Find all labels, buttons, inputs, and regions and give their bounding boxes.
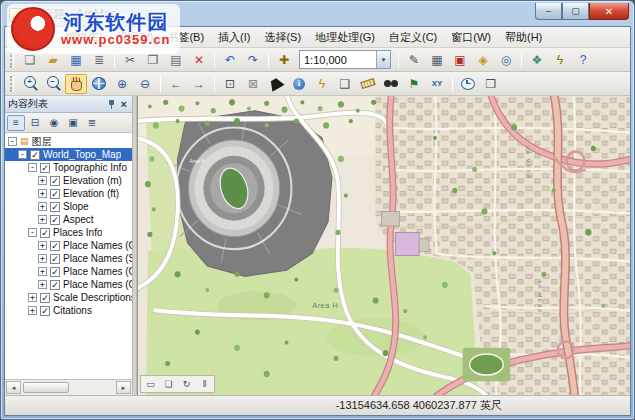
toc-layer-row[interactable]: -✓Topographic Info xyxy=(5,161,132,174)
zoom-out-button[interactable] xyxy=(42,74,64,94)
expander-plus-icon[interactable]: + xyxy=(38,241,47,250)
redo-button[interactable]: ↷ xyxy=(242,50,264,70)
expander-plus-icon[interactable]: + xyxy=(38,254,47,263)
menu-item-8[interactable]: 自定义(C) xyxy=(382,27,444,48)
previous-extent-button[interactable]: ← xyxy=(165,74,187,94)
pin-icon[interactable] xyxy=(107,99,116,110)
map-view[interactable]: Area B Area H LA MESA LA MESA ▭❏↻‖ xyxy=(137,96,630,395)
viewer-window-button[interactable]: ❒ xyxy=(480,74,502,94)
maximize-button[interactable]: ▢ xyxy=(562,3,589,20)
add-data-button[interactable]: ✚ xyxy=(273,50,295,70)
find-button[interactable] xyxy=(380,74,402,94)
toolbar-grip[interactable] xyxy=(10,76,14,92)
map-canvas[interactable]: Area B Area H LA MESA LA MESA xyxy=(138,96,630,395)
toc-horizontal-scrollbar[interactable]: ◄ ► xyxy=(5,380,132,395)
expander-minus-icon[interactable]: - xyxy=(28,163,37,172)
expander-plus-icon[interactable]: + xyxy=(38,176,47,185)
pause-button[interactable]: ‖ xyxy=(196,377,213,391)
select-elements-button[interactable] xyxy=(265,74,287,94)
measure-button[interactable] xyxy=(357,74,379,94)
toc-layer-row[interactable]: +✓Place Names (Co... xyxy=(5,239,132,252)
expander-plus-icon[interactable]: + xyxy=(38,267,47,276)
expander-plus-icon[interactable]: + xyxy=(28,306,37,315)
menu-item-9[interactable]: 窗口(W) xyxy=(444,27,498,48)
go-to-xy-button[interactable]: XY xyxy=(426,74,448,94)
layer-checkbox[interactable]: ✓ xyxy=(40,163,50,173)
layer-checkbox[interactable]: ✓ xyxy=(50,202,60,212)
scrollbar-thumb[interactable] xyxy=(23,382,69,393)
toc-layer-row[interactable]: +✓Elevation (ft) xyxy=(5,187,132,200)
toc-layer-row[interactable]: -✓Places Info xyxy=(5,226,132,239)
data-view-button[interactable]: ▭ xyxy=(142,377,159,391)
menu-item-5[interactable]: 插入(I) xyxy=(211,27,257,48)
python-button[interactable]: ϟ xyxy=(549,50,571,70)
menu-item-7[interactable]: 地理处理(G) xyxy=(308,27,382,48)
layer-checkbox[interactable]: ✓ xyxy=(50,176,60,186)
scroll-left-icon[interactable]: ◄ xyxy=(6,381,21,394)
layer-checkbox[interactable]: ✓ xyxy=(50,280,60,290)
layout-view-button[interactable]: ❏ xyxy=(160,377,177,391)
pan-button[interactable] xyxy=(65,74,87,94)
list-by-selection-button[interactable]: ▣ xyxy=(64,115,82,131)
toc-header[interactable]: 内容列表 × xyxy=(5,96,132,113)
layer-checkbox[interactable]: ✓ xyxy=(50,189,60,199)
expander-plus-icon[interactable]: + xyxy=(38,202,47,211)
refresh-button[interactable]: ↻ xyxy=(178,377,195,391)
zoom-in-button[interactable] xyxy=(19,74,41,94)
layer-checkbox[interactable]: ✓ xyxy=(50,215,60,225)
close-button[interactable]: ✕ xyxy=(589,3,629,20)
toc-layer-row[interactable]: +✓Place Names (Sta... xyxy=(5,252,132,265)
fixed-zoom-out-button[interactable]: ⊖ xyxy=(134,74,156,94)
expander-plus-icon[interactable]: + xyxy=(38,280,47,289)
full-extent-button[interactable] xyxy=(88,74,110,94)
layer-checkbox[interactable]: ✓ xyxy=(50,241,60,251)
toc-layer-row[interactable]: -✓World_Topo_Map xyxy=(5,148,132,161)
menu-item-6[interactable]: 选择(S) xyxy=(257,27,308,48)
find-route-button[interactable]: ⚑ xyxy=(403,74,425,94)
toc-layer-row[interactable]: +✓Scale Descriptions xyxy=(5,291,132,304)
layer-checkbox[interactable]: ✓ xyxy=(50,267,60,277)
layer-checkbox[interactable]: ✓ xyxy=(40,228,50,238)
help-button[interactable]: ? xyxy=(572,50,594,70)
catalog-button[interactable]: ◈ xyxy=(472,50,494,70)
html-popup-button[interactable]: ❑ xyxy=(334,74,356,94)
attribute-table-button[interactable]: ▦ xyxy=(426,50,448,70)
list-by-visibility-button[interactable]: ◉ xyxy=(45,115,63,131)
undo-button[interactable]: ↶ xyxy=(219,50,241,70)
scroll-right-icon[interactable]: ► xyxy=(116,381,131,394)
list-by-drawing-order-button[interactable]: ≡ xyxy=(7,115,25,131)
select-features-button[interactable]: ⊡ xyxy=(219,74,241,94)
list-by-source-button[interactable]: ⊟ xyxy=(26,115,44,131)
expander-plus-icon[interactable]: + xyxy=(28,293,37,302)
delete-button[interactable]: ✕ xyxy=(188,50,210,70)
layer-checkbox[interactable]: ✓ xyxy=(30,150,40,160)
minimize-button[interactable]: – xyxy=(535,3,562,20)
expander-plus-icon[interactable]: + xyxy=(38,189,47,198)
map-scale-combo[interactable]: 1:10,000▼ xyxy=(299,50,391,69)
toc-layer-row[interactable]: +✓Aspect xyxy=(5,213,132,226)
expander-plus-icon[interactable]: + xyxy=(38,215,47,224)
menu-item-10[interactable]: 帮助(H) xyxy=(498,27,549,48)
toc-layer-row[interactable]: +✓Citations xyxy=(5,304,132,317)
toc-layer-row[interactable]: +✓Place Names (Cit... xyxy=(5,278,132,291)
toc-close-icon[interactable]: × xyxy=(119,99,129,110)
expander-minus-icon[interactable]: - xyxy=(18,150,27,159)
toc-layer-row[interactable]: +✓Place Names (Co... xyxy=(5,265,132,278)
layer-checkbox[interactable]: ✓ xyxy=(40,306,50,316)
model-builder-button[interactable]: ❖ xyxy=(526,50,548,70)
hyperlink-button[interactable]: ϟ xyxy=(311,74,333,94)
expander-minus-icon[interactable]: - xyxy=(28,228,37,237)
clear-selection-button[interactable]: ⊠ xyxy=(242,74,264,94)
toc-layer-row[interactable]: +✓Slope xyxy=(5,200,132,213)
fixed-zoom-in-button[interactable]: ⊕ xyxy=(111,74,133,94)
options-button[interactable]: ≣ xyxy=(83,115,101,131)
next-extent-button[interactable]: → xyxy=(188,74,210,94)
dropdown-arrow-icon[interactable]: ▼ xyxy=(376,51,390,68)
time-slider-button[interactable] xyxy=(457,74,479,94)
layer-checkbox[interactable]: ✓ xyxy=(40,293,50,303)
identify-button[interactable] xyxy=(288,74,310,94)
search-button[interactable]: ◎ xyxy=(495,50,517,70)
toc-layer-row[interactable]: -▤图层 xyxy=(5,135,132,148)
toc-layer-row[interactable]: +✓Elevation (m) xyxy=(5,174,132,187)
layer-checkbox[interactable]: ✓ xyxy=(50,254,60,264)
